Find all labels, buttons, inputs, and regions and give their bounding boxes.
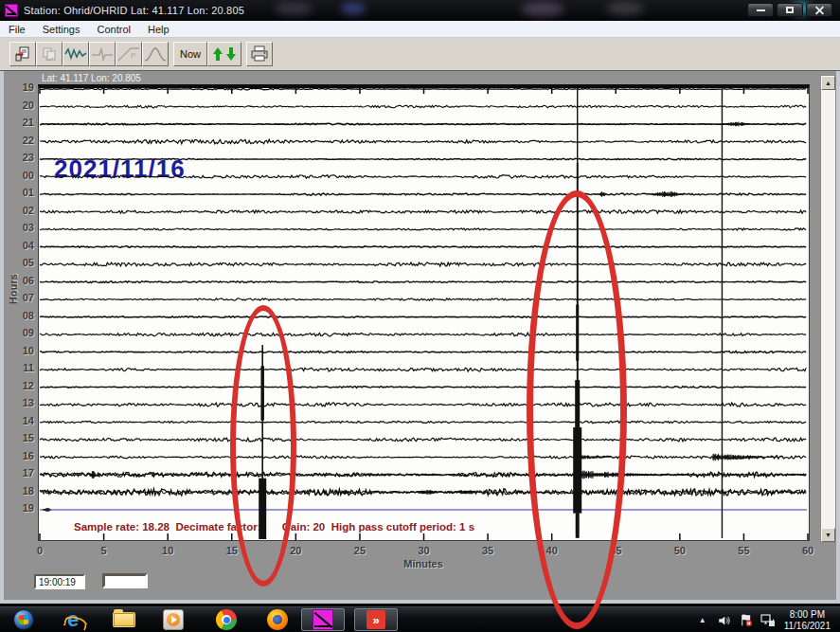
print-button[interactable] xyxy=(246,42,273,66)
helicorder-plot[interactable]: 2021/11/16 Sample rate: 18.28 Decimate f… xyxy=(38,84,810,541)
windows-start-icon xyxy=(13,609,34,630)
hour-tick-label: 21 xyxy=(9,117,34,128)
minute-tick-label: 60 xyxy=(794,545,822,556)
scroll-hours-button[interactable] xyxy=(207,42,241,66)
hour-tick-label: 23 xyxy=(9,152,34,163)
remote-desktop-icon: » xyxy=(366,610,385,629)
taskbar-media-player[interactable] xyxy=(159,608,188,632)
hour-tick-label: 02 xyxy=(9,205,34,216)
copy-button[interactable] xyxy=(36,42,63,66)
spectrum-button[interactable] xyxy=(142,42,169,66)
taskbar-seismograph-app[interactable] xyxy=(301,608,345,631)
internet-explorer-icon: e xyxy=(67,610,79,629)
up-arrow-icon: ▲ xyxy=(825,80,831,86)
clock-time: 8:00 PM xyxy=(784,609,831,621)
green-down-arrow-icon xyxy=(226,47,237,61)
hour-tick-label: 03 xyxy=(9,222,34,233)
helicorder-canvas[interactable] xyxy=(39,88,809,540)
bell-curve-icon xyxy=(144,45,167,63)
folder-icon xyxy=(113,612,135,627)
window-frame xyxy=(0,600,840,604)
printer-icon xyxy=(250,45,269,63)
minute-tick-label: 10 xyxy=(153,545,182,556)
chrome-icon xyxy=(216,609,237,630)
hours-axis-label: Hours xyxy=(8,262,19,316)
filter-icon xyxy=(91,46,114,62)
window-frame xyxy=(836,71,840,604)
hour-tick-label: 04 xyxy=(9,240,34,251)
menu-bar: File Settings Control Help xyxy=(0,21,840,38)
window-frame xyxy=(0,71,4,604)
screen-glare xyxy=(275,2,313,15)
screen-glare xyxy=(521,2,564,16)
hour-tick-label: 20 xyxy=(9,99,34,111)
spare-field[interactable] xyxy=(102,573,148,588)
maximize-button[interactable] xyxy=(777,3,803,17)
minute-tick-label: 5 xyxy=(90,545,118,556)
hour-tick-label: 19 xyxy=(9,81,34,93)
filter-button[interactable] xyxy=(89,42,116,66)
now-button[interactable]: Now xyxy=(173,42,207,66)
taskbar: e » ▲ xyxy=(0,606,840,632)
response-button[interactable]: P xyxy=(116,42,142,66)
clock[interactable]: 8:00 PM 11/16/2021 xyxy=(782,609,836,632)
green-up-arrow-icon xyxy=(213,47,223,61)
hour-tick-label: 16 xyxy=(9,450,34,461)
red-ellipse-annotation xyxy=(527,190,627,629)
waveform-icon xyxy=(64,46,87,62)
taskbar-firefox[interactable] xyxy=(263,608,292,632)
down-arrow-icon: ▼ xyxy=(825,532,831,538)
hour-tick-label: 11 xyxy=(9,362,34,373)
action-center-flag-icon[interactable] xyxy=(739,613,754,628)
clock-date: 11/16/2021 xyxy=(784,621,831,632)
menu-settings[interactable]: Settings xyxy=(34,22,89,37)
volume-icon[interactable] xyxy=(717,613,732,628)
seismograph-app-icon xyxy=(313,609,333,630)
station-coords-label: Lat: 41.117 Lon: 20.805 xyxy=(42,73,141,83)
scrollbar-down-button[interactable]: ▼ xyxy=(821,528,835,542)
window-title: Station: Ohrid/OHRID Lat: 41.117 Lon: 20… xyxy=(24,5,244,16)
hour-tick-label: 13 xyxy=(9,397,34,408)
start-button[interactable] xyxy=(9,608,38,632)
now-button-label: Now xyxy=(180,48,201,60)
taskbar-remote-desktop[interactable]: » xyxy=(354,608,398,631)
minimize-button[interactable] xyxy=(747,3,774,17)
open-file-button[interactable] xyxy=(9,42,36,66)
minute-tick-label: 0 xyxy=(26,545,54,556)
media-player-icon xyxy=(163,609,184,630)
minute-tick-label: 55 xyxy=(729,545,758,556)
hour-tick-label: 10 xyxy=(9,345,34,356)
hour-tick-label: 12 xyxy=(9,380,34,391)
menu-help[interactable]: Help xyxy=(139,22,178,37)
scrollbar-up-button[interactable]: ▲ xyxy=(821,76,835,90)
minimize-icon xyxy=(757,9,765,11)
desktop: Station: Ohrid/OHRID Lat: 41.117 Lon: 20… xyxy=(0,0,840,632)
taskbar-internet-explorer[interactable]: e xyxy=(59,608,87,632)
window-controls xyxy=(747,3,832,17)
taskbar-file-explorer[interactable] xyxy=(110,608,138,632)
red-ellipse-annotation xyxy=(230,305,296,587)
minutes-axis-label: Minutes xyxy=(385,558,461,569)
vertical-scrollbar[interactable]: ▲ ▼ xyxy=(820,75,836,543)
network-icon[interactable] xyxy=(760,613,776,628)
hour-tick-label: 09 xyxy=(9,327,34,338)
screen-glare xyxy=(341,3,366,14)
seismograph-app-icon xyxy=(5,4,18,17)
waveform-button[interactable] xyxy=(63,42,89,66)
time-field[interactable] xyxy=(34,574,85,589)
taskbar-chrome[interactable] xyxy=(212,608,241,632)
maximize-icon xyxy=(786,7,794,13)
open-file-icon xyxy=(14,45,31,63)
menu-file[interactable]: File xyxy=(0,22,34,37)
title-bar[interactable]: Station: Ohrid/OHRID Lat: 41.117 Lon: 20… xyxy=(0,0,840,21)
minute-tick-label: 35 xyxy=(474,545,502,556)
ramp-icon: P xyxy=(117,45,140,63)
close-button[interactable] xyxy=(806,3,832,17)
show-hidden-icons-button[interactable]: ▲ xyxy=(695,613,710,628)
hour-tick-label: 01 xyxy=(9,187,34,198)
hour-tick-label: 22 xyxy=(9,135,34,146)
menu-control[interactable]: Control xyxy=(88,22,138,37)
hour-tick-label: 15 xyxy=(9,432,34,443)
screen-glare xyxy=(606,2,644,15)
firefox-icon xyxy=(267,609,288,630)
